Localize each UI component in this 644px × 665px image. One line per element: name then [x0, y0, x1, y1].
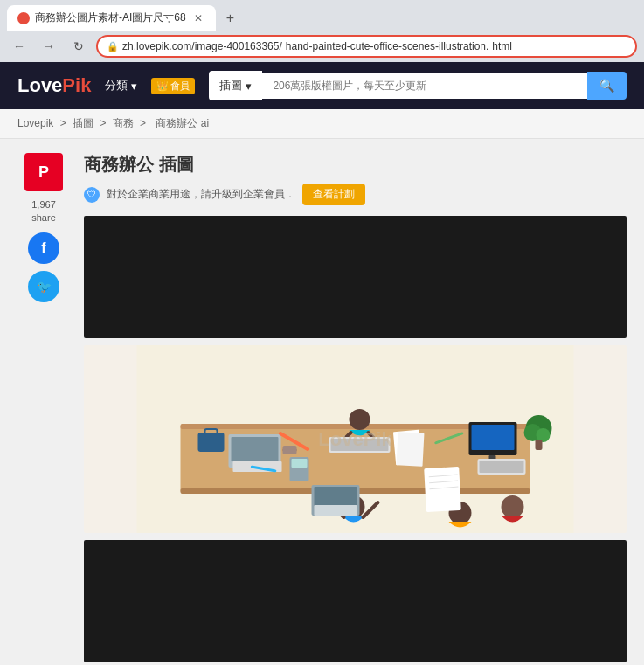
breadcrumb-current: 商務辦公 ai — [156, 117, 209, 129]
svg-point-11 — [350, 409, 370, 430]
search-area: 插圖 ▾ 🔍 — [209, 71, 627, 100]
nav-categories[interactable]: 分類 ▾ — [105, 78, 137, 94]
share-label: share — [31, 211, 56, 225]
share-number: 1,967 — [31, 198, 56, 211]
tab-favicon — [17, 12, 30, 24]
enterprise-text: 對於企業商業用途，請升級到企業會員． — [107, 187, 295, 202]
member-label: 會員 — [170, 80, 190, 93]
pinterest-icon: P — [38, 163, 49, 182]
categories-label: 分類 — [105, 78, 128, 94]
svg-rect-17 — [472, 425, 515, 450]
social-sidebar: P 1,967 share f 🐦 — [17, 153, 70, 665]
address-ext: html — [492, 40, 512, 52]
search-icon: 🔍 — [599, 79, 614, 93]
page-title-row: 商務辦公 插圖 — [84, 153, 627, 177]
share-count: 1,967 share — [31, 198, 56, 225]
tab-title: 商務辦公圖片素材-AI圖片尺寸68 — [35, 10, 186, 25]
shield-icon: 🛡 — [84, 187, 100, 203]
search-type-button[interactable]: 插圖 ▾ — [209, 71, 262, 100]
forward-button[interactable]: → — [37, 34, 61, 59]
breadcrumb-sep-3: > — [140, 117, 149, 129]
tab-bar: 商務辦公圖片素材-AI圖片尺寸68 ✕ + — [0, 0, 644, 31]
svg-rect-23 — [536, 440, 543, 450]
address-bar[interactable]: 🔒 zh.lovepik.com/image-400163365/hand-pa… — [96, 35, 637, 58]
search-type-chevron: ▾ — [246, 80, 252, 93]
search-button[interactable]: 🔍 — [587, 72, 627, 100]
dark-image-block-1 — [84, 216, 627, 338]
facebook-icon: f — [41, 240, 45, 256]
page-title: 商務辦公 插圖 — [84, 153, 194, 177]
svg-rect-28 — [315, 487, 357, 506]
dark-image-block-2 — [84, 540, 627, 662]
svg-rect-29 — [315, 505, 357, 516]
enterprise-notice: 🛡 對於企業商業用途，請升級到企業會員． 查看計劃 — [84, 184, 627, 205]
twitter-button[interactable]: 🐦 — [28, 271, 59, 302]
new-tab-button[interactable]: + — [219, 6, 241, 31]
address-base: zh.lovepik.com/image-400163365/ — [122, 40, 282, 52]
back-button[interactable]: ← — [7, 34, 31, 59]
crown-icon: 👑 — [156, 80, 169, 92]
member-badge[interactable]: 👑 會員 — [151, 78, 195, 94]
lock-icon: 🔒 — [107, 41, 119, 52]
breadcrumb-sep-1: > — [60, 117, 69, 129]
pinterest-button[interactable]: P — [24, 153, 63, 191]
breadcrumb-lovepik[interactable]: Lovepik — [17, 117, 53, 129]
svg-point-31 — [502, 495, 524, 518]
breadcrumb-business[interactable]: 商務 — [113, 117, 134, 129]
active-tab[interactable]: 商務辦公圖片素材-AI圖片尺寸68 ✕ — [7, 5, 216, 31]
svg-rect-13 — [331, 439, 389, 451]
facebook-button[interactable]: f — [28, 232, 59, 264]
search-input[interactable] — [262, 73, 587, 99]
breadcrumb-illustration[interactable]: 插圖 — [73, 117, 93, 129]
browser-chrome: 商務辦公圖片素材-AI圖片尺寸68 ✕ + ← → ↻ 🔒 zh.lovepik… — [0, 0, 644, 62]
svg-rect-7 — [232, 437, 279, 461]
breadcrumb: Lovepik > 插圖 > 商務 > 商務辦公 ai — [0, 109, 644, 139]
main-content: P 1,967 share f 🐦 商務辦公 插圖 🛡 對於企業商業用途，請升級… — [0, 139, 644, 665]
content-area: 商務辦公 插圖 🛡 對於企業商業用途，請升級到企業會員． 查看計劃 — [84, 153, 627, 665]
breadcrumb-sep-2: > — [100, 117, 108, 129]
refresh-button[interactable]: ↻ — [66, 34, 91, 59]
logo-area[interactable]: LovePik — [17, 74, 91, 97]
tab-close-button[interactable]: ✕ — [191, 11, 205, 25]
search-type-label: 插圖 — [219, 78, 242, 94]
nav-bar: ← → ↻ 🔒 zh.lovepik.com/image-400163365/h… — [0, 31, 644, 62]
check-plan-button[interactable]: 查看計劃 — [302, 184, 365, 205]
svg-rect-40 — [292, 459, 308, 468]
categories-chevron: ▾ — [131, 80, 137, 93]
svg-rect-25 — [480, 461, 524, 473]
illustration-image: LovePik — [84, 345, 627, 533]
twitter-icon: 🐦 — [37, 280, 52, 294]
svg-rect-15 — [397, 432, 425, 467]
site-header: LovePik 分類 ▾ 👑 會員 插圖 ▾ 🔍 — [0, 62, 644, 109]
svg-rect-10 — [283, 446, 297, 454]
logo: LovePik — [17, 74, 91, 97]
address-slug: hand-painted-cute-office-scenes-illustra… — [286, 40, 489, 52]
